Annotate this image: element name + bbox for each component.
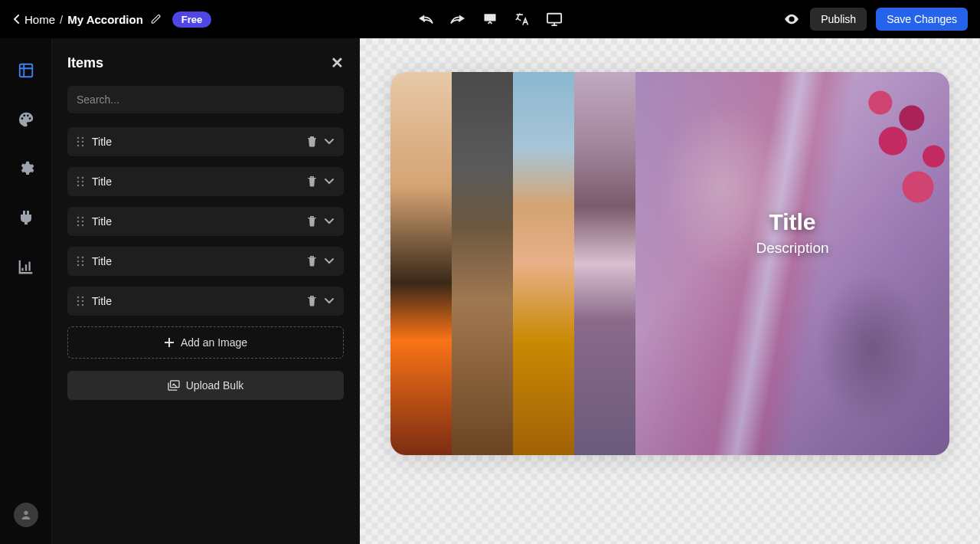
svg-point-8 <box>82 141 84 143</box>
back-chevron-icon[interactable] <box>12 14 20 25</box>
topbar-left: Home / My Accordion Free <box>12 11 211 28</box>
accordion-slice-expanded[interactable]: Title Description <box>635 72 949 455</box>
svg-point-33 <box>77 304 80 306</box>
chevron-down-icon[interactable] <box>324 138 335 146</box>
chevron-down-icon[interactable] <box>324 297 335 305</box>
rail-analytics-icon[interactable] <box>12 253 40 280</box>
save-changes-button[interactable]: Save Changes <box>876 8 968 31</box>
accordion-slice[interactable] <box>452 72 513 455</box>
svg-point-5 <box>77 137 80 139</box>
svg-rect-0 <box>485 14 496 21</box>
accordion-slice[interactable] <box>390 72 452 455</box>
delete-icon[interactable] <box>306 255 318 267</box>
left-rail <box>0 38 52 544</box>
svg-point-11 <box>77 177 80 179</box>
top-bar: Home / My Accordion Free Publish <box>0 0 980 38</box>
drag-handle-icon[interactable] <box>77 136 84 147</box>
accordion-slice[interactable] <box>513 72 574 455</box>
close-icon[interactable]: ✕ <box>331 54 344 72</box>
panel-header: Items ✕ <box>67 54 344 72</box>
rail-plugin-icon[interactable] <box>12 204 40 231</box>
svg-point-18 <box>82 217 84 219</box>
redo-icon[interactable] <box>449 10 467 28</box>
drag-handle-icon[interactable] <box>77 176 84 187</box>
translate-icon[interactable] <box>513 10 531 28</box>
svg-point-10 <box>82 145 84 147</box>
rail-user-avatar[interactable] <box>14 503 38 527</box>
list-item[interactable]: Title <box>67 287 344 316</box>
svg-rect-35 <box>170 381 178 388</box>
search-input[interactable] <box>67 86 344 113</box>
accordion-preview[interactable]: Title Description <box>390 72 949 455</box>
svg-point-2 <box>790 18 793 21</box>
publish-button[interactable]: Publish <box>810 8 867 31</box>
svg-point-9 <box>77 145 80 147</box>
svg-point-6 <box>82 137 84 139</box>
breadcrumb-separator: / <box>60 13 63 26</box>
upload-bulk-button[interactable]: Upload Bulk <box>67 371 344 400</box>
chevron-down-icon[interactable] <box>324 218 335 225</box>
panel-title: Items <box>67 55 103 71</box>
publish-menu-icon[interactable] <box>481 10 499 28</box>
delete-icon[interactable] <box>306 295 318 307</box>
preview-eye-icon[interactable] <box>782 10 801 28</box>
drag-handle-icon[interactable] <box>77 296 84 306</box>
desktop-preview-icon[interactable] <box>545 10 564 28</box>
item-label: Title <box>92 175 306 188</box>
slice-text: Title Description <box>756 209 828 257</box>
edit-icon[interactable] <box>151 14 162 25</box>
upload-bulk-label: Upload Bulk <box>186 379 244 392</box>
delete-icon[interactable] <box>306 136 318 148</box>
chevron-down-icon[interactable] <box>324 257 335 265</box>
svg-point-32 <box>82 300 84 303</box>
svg-point-13 <box>77 181 80 183</box>
list-item[interactable]: Title <box>67 127 344 156</box>
plan-badge: Free <box>172 11 211 28</box>
svg-point-14 <box>82 181 84 183</box>
svg-point-23 <box>77 257 80 259</box>
svg-point-7 <box>77 141 80 143</box>
topbar-right: Publish Save Changes <box>782 8 968 31</box>
rail-settings-icon[interactable] <box>12 155 40 182</box>
drag-handle-icon[interactable] <box>77 216 84 227</box>
svg-point-27 <box>77 264 80 267</box>
svg-point-16 <box>82 185 84 187</box>
rail-palette-icon[interactable] <box>12 106 40 133</box>
preview-canvas: Title Description <box>360 38 980 544</box>
svg-point-17 <box>77 217 80 219</box>
avatar-icon <box>14 503 38 527</box>
list-item[interactable]: Title <box>67 247 344 276</box>
breadcrumb-current[interactable]: My Accordion <box>67 13 143 26</box>
svg-point-22 <box>82 224 84 227</box>
svg-point-15 <box>77 185 80 187</box>
add-image-button[interactable]: Add an Image <box>67 326 344 359</box>
list-item[interactable]: Title <box>67 207 344 236</box>
drag-handle-icon[interactable] <box>77 256 84 267</box>
list-item[interactable]: Title <box>67 167 344 196</box>
slice-overlay <box>635 72 949 455</box>
svg-point-24 <box>82 257 84 259</box>
svg-point-28 <box>82 264 84 267</box>
rail-items-icon[interactable] <box>12 57 40 84</box>
svg-rect-1 <box>547 14 561 23</box>
delete-icon[interactable] <box>306 215 318 228</box>
svg-point-31 <box>77 300 80 303</box>
undo-icon[interactable] <box>416 10 435 28</box>
svg-point-12 <box>82 177 84 179</box>
breadcrumb-home[interactable]: Home <box>24 13 55 26</box>
item-label: Title <box>92 295 306 307</box>
accordion-slice[interactable] <box>574 72 635 455</box>
svg-point-25 <box>77 261 80 263</box>
svg-point-20 <box>82 221 84 223</box>
add-image-label: Add an Image <box>181 336 247 349</box>
delete-icon[interactable] <box>306 175 318 188</box>
svg-point-29 <box>77 297 80 299</box>
topbar-center <box>416 10 564 28</box>
slice-title: Title <box>756 209 828 235</box>
svg-point-4 <box>24 511 28 515</box>
item-label: Title <box>92 215 306 228</box>
item-label: Title <box>92 136 306 148</box>
svg-point-19 <box>77 221 80 223</box>
breadcrumb: Home / My Accordion <box>12 13 162 26</box>
chevron-down-icon[interactable] <box>324 178 335 185</box>
